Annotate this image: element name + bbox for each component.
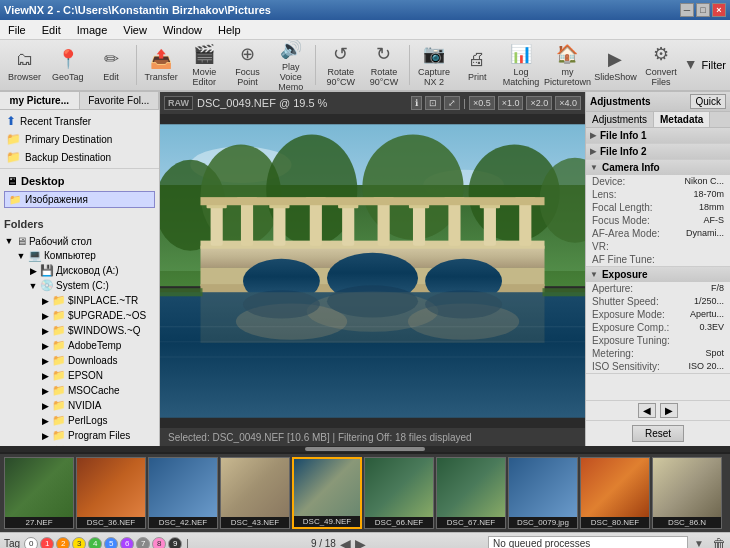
zoom-fit-button[interactable]: ⊡ [425,96,441,110]
tree-item-system-c[interactable]: ▼ 💿 System (C:) [4,278,155,293]
menu-file[interactable]: File [4,22,30,38]
capture-nx2-button[interactable]: 📷 Capture NX 2 [413,42,454,88]
prev-button[interactable]: ◀ [340,536,351,549]
filmstrip-thumb-7[interactable]: DSC_0079.jpg [508,457,578,529]
slideshow-button[interactable]: ▶ SlideShow [592,42,638,88]
filmstrip-thumb-6[interactable]: ✎ DSC_67.NEF [436,457,506,529]
tree-item-downloads[interactable]: ▶ 📁 Downloads [4,353,155,368]
tree-item-program-files[interactable]: ▶ 📁 Program Files [4,428,155,443]
panel-scroll-right[interactable]: ▶ [660,403,678,418]
movie-editor-button[interactable]: 🎬 Movie Editor [184,42,225,88]
queue-dropdown[interactable]: ▼ [694,538,704,548]
transfer-button[interactable]: 📤 Transfer [140,42,181,88]
tag-6[interactable]: 6 [120,537,134,549]
file-info-1-header[interactable]: ▶ File Info 1 [586,128,730,143]
menu-image[interactable]: Image [73,22,112,38]
shortcut-recent-transfer[interactable]: ⬆ Recent Transfer [2,112,157,130]
tab-my-pictures[interactable]: my Picture... [0,92,80,109]
filter-label[interactable]: Filter [702,59,726,71]
tree-item-msocache[interactable]: ▶ 📁 MSOCache [4,383,155,398]
filmstrip-thumb-4[interactable]: 9 DSC_49.NEF [292,457,362,529]
convert-files-button[interactable]: ⚙ Convert Files [640,42,681,88]
svg-rect-20 [310,199,322,246]
minimize-button[interactable]: ─ [680,3,694,17]
thumb-label-8: DSC_80.NEF [581,517,649,528]
tab-favorite-folders[interactable]: Favorite Fol... [80,92,160,109]
panel-scroll-left[interactable]: ◀ [638,403,656,418]
play-voice-button[interactable]: 🔊 Play Voice Memo [270,42,311,88]
geotag-button[interactable]: 📍 GeoTag [47,42,88,88]
tree-item-program-files-x86[interactable]: ▶ 📁 Program Files (x8 [4,443,155,446]
filmstrip-thumb-8[interactable]: DSC_80.NEF [580,457,650,529]
zoom-info-button[interactable]: ℹ [411,96,422,110]
tag-1[interactable]: 1 [40,537,54,549]
tag-5[interactable]: 5 [104,537,118,549]
tree-item-inplace[interactable]: ▶ 📁 $INPLACE.~TR [4,293,155,308]
menu-help[interactable]: Help [214,22,245,38]
tree-item-perl[interactable]: ▶ 📁 PerlLogs [4,413,155,428]
shortcut-backup-destination[interactable]: 📁 Backup Destination [2,148,157,166]
camera-info-arrow: ▼ [590,163,598,172]
tab-metadata[interactable]: Metadata [654,112,710,127]
camera-info-header[interactable]: ▼ Camera Info [586,160,730,175]
tree-item-drive-a[interactable]: ▶ 💾 Дисковод (А:) [4,263,155,278]
filmstrip-thumb-5[interactable]: DSC_66.NEF [364,457,434,529]
quick-mode-button[interactable]: Quick [690,94,726,109]
exposure-header[interactable]: ▼ Exposure [586,267,730,282]
exp-comp-label: Exposure Comp.: [592,322,669,333]
tag-8[interactable]: 8 [152,537,166,549]
edit-button[interactable]: ✏ Edit [90,42,131,88]
tag-7[interactable]: 7 [136,537,150,549]
tag-9[interactable]: 9 [168,537,182,549]
filmstrip-thumb-0[interactable]: 27.NEF [4,457,74,529]
zoom-fullscreen-button[interactable]: ⤢ [444,96,460,110]
desktop-icon: 🖥 [6,175,17,187]
zoom-half-button[interactable]: ×0.5 [469,96,495,110]
tree-item-nvidia[interactable]: ▶ 📁 NVIDIA [4,398,155,413]
menu-window[interactable]: Window [159,22,206,38]
menu-edit[interactable]: Edit [38,22,65,38]
rotate-ccw-button[interactable]: ↺ Rotate 90°CW [320,42,361,88]
close-button[interactable]: × [712,3,726,17]
my-picturetown-button[interactable]: 🏠 my Picturetown [544,42,590,88]
filmstrip-thumb-9[interactable]: DSC_86.N [652,457,722,529]
tag-4[interactable]: 4 [88,537,102,549]
computer-tree-icon: 💻 [28,249,42,262]
filmstrip-thumb-3[interactable]: DSC_43.NEF [220,457,290,529]
tree-item-epson[interactable]: ▶ 📁 EPSON [4,368,155,383]
browser-button[interactable]: 🗂 Browser [4,42,45,88]
reset-button[interactable]: Reset [632,425,684,442]
tree-item-windows[interactable]: ▶ 📁 $WINDOWS.~Q [4,323,155,338]
next-button[interactable]: ▶ [355,536,366,549]
tree-item-adobe-temp[interactable]: ▶ 📁 AdobeTemp [4,338,155,353]
log-matching-button[interactable]: 📊 Log Matching [500,42,543,88]
filmstrip-scroll-indicator[interactable] [305,447,425,451]
tag-0[interactable]: 0 [24,537,38,549]
zoom-1x-button[interactable]: ×1.0 [498,96,524,110]
print-button[interactable]: 🖨 Print [457,42,498,88]
zoom-2x-button[interactable]: ×2.0 [526,96,552,110]
trash-icon[interactable]: 🗑 [712,536,726,549]
status-tags: 0 1 2 3 4 5 6 7 8 9 [24,537,182,549]
camera-info-section: ▼ Camera Info Device: Nikon C... Lens: 1… [586,160,730,267]
tree-expand-windows: ▶ [40,326,50,336]
focus-point-button[interactable]: ⊕ Focus Point [227,42,268,88]
rotate-cw-button[interactable]: ↻ Rotate 90°CW [363,42,404,88]
filmstrip-thumb-1[interactable]: DSC_36.NEF [76,457,146,529]
tag-2[interactable]: 2 [56,537,70,549]
shortcut-primary-destination[interactable]: 📁 Primary Destination [2,130,157,148]
menu-view[interactable]: View [119,22,151,38]
file-info-2-header[interactable]: ▶ File Info 2 [586,144,730,159]
tree-item-desktop[interactable]: ▼ 🖥 Рабочий стол [4,234,155,248]
filmstrip-thumb-2[interactable]: DSC_42.NEF [148,457,218,529]
images-folder[interactable]: 📁 Изображения [4,191,155,208]
maximize-button[interactable]: □ [696,3,710,17]
tree-item-upgrade[interactable]: ▶ 📁 $UPGRADE.~OS [4,308,155,323]
exposure-label: Exposure [602,269,648,280]
tree-item-computer[interactable]: ▼ 💻 Компьютер [4,248,155,263]
queue-display: No queued processes [488,536,688,548]
tab-adjustments[interactable]: Adjustments [586,112,654,127]
zoom-4x-button[interactable]: ×4.0 [555,96,581,110]
tag-3[interactable]: 3 [72,537,86,549]
primary-dest-icon: 📁 [6,132,21,146]
